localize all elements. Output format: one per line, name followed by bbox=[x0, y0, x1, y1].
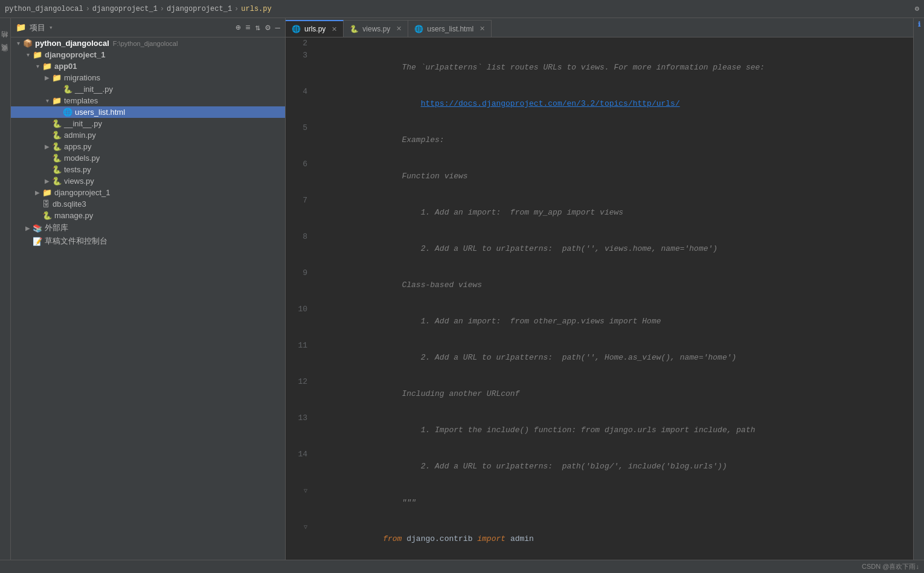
tab-close-views[interactable]: ✕ bbox=[396, 25, 402, 33]
cmt-8: 2. Add a URL to urlpatterns: path('', vi… bbox=[383, 244, 717, 253]
breadcrumb-djangoproject1-2[interactable]: djangoproject_1 bbox=[167, 5, 232, 13]
line-num-7: 7 bbox=[286, 195, 315, 231]
line-content-4: https://docs.djangoproject.com/en/3.2/to… bbox=[315, 86, 913, 122]
tree-item-views-py[interactable]: ▶ 🐍 views.py bbox=[11, 175, 285, 187]
line-num-4: 4 bbox=[286, 86, 315, 122]
status-bar: CSDN @喜欢下雨↓ bbox=[0, 560, 924, 573]
tree-item-init-app01[interactable]: 🐍 __init__.py bbox=[11, 118, 285, 129]
code-editor[interactable]: 2 3 The `urlpatterns` list routes URLs t… bbox=[286, 37, 913, 560]
scratch-icon: 📝 bbox=[33, 237, 42, 246]
info-icon[interactable]: ℹ bbox=[915, 21, 923, 28]
kw-from-16: from bbox=[383, 534, 402, 543]
status-text: CSDN @喜欢下雨↓ bbox=[862, 562, 919, 571]
tree-label-init-migrations: __init__.py bbox=[75, 85, 113, 94]
breadcrumb-djangoproject1[interactable]: djangoproject_1 bbox=[92, 5, 158, 13]
line-row-5: 5 Examples: bbox=[286, 122, 913, 158]
folder-icon-djangoproject1: 📁 bbox=[33, 50, 42, 59]
cmt-4-prefix bbox=[383, 99, 420, 108]
line-content-8: 2. Add a URL to urlpatterns: path('', vi… bbox=[315, 231, 913, 267]
breadcrumb-python-djangolocal[interactable]: python_djangolocal bbox=[5, 5, 83, 13]
tree-item-models-py[interactable]: 🐍 models.py bbox=[11, 152, 285, 164]
tree-item-init-migrations[interactable]: 🐍 __init__.py bbox=[11, 83, 285, 95]
cmt-10: 1. Add an import: from other_app.views i… bbox=[383, 317, 661, 326]
line-row-15: ▽ """ bbox=[286, 485, 913, 521]
tree-label-db-sqlite3: db.sqlite3 bbox=[53, 199, 86, 209]
tree-item-djangoproject1[interactable]: ▾ 📁 djangoproject_1 bbox=[11, 49, 285, 60]
tree-item-db-sqlite3[interactable]: 🗄 db.sqlite3 bbox=[11, 198, 285, 210]
tab-views-py[interactable]: 🐍 views.py ✕ bbox=[344, 20, 408, 37]
breadcrumb-urls-py[interactable]: urls.py bbox=[241, 5, 271, 13]
tab-users-list-html[interactable]: 🌐 users_list.html ✕ bbox=[408, 20, 492, 37]
tab-urls-py[interactable]: 🌐 urls.py ✕ bbox=[286, 20, 344, 37]
window-controls[interactable]: ⚙ bbox=[915, 4, 919, 13]
line-content-16: from django.contrib import admin bbox=[315, 521, 913, 557]
sidebar-label-favorites[interactable]: 收藏夹 bbox=[1, 56, 10, 57]
line-content-5: Examples: bbox=[315, 122, 913, 158]
tree-item-admin-py[interactable]: 🐍 admin.py bbox=[11, 129, 285, 141]
tree-action-settings[interactable]: ⚙ bbox=[265, 22, 270, 33]
code-table: 2 3 The `urlpatterns` list routes URLs t… bbox=[286, 37, 913, 560]
fold-icon-15: ▽ bbox=[304, 488, 307, 494]
left-sidebar-strip: 结构 收藏夹 bbox=[0, 18, 11, 560]
tree-item-app01[interactable]: ▾ 📁 app01 bbox=[11, 60, 285, 72]
tree-label-djangoproject1-inner: djangoproject_1 bbox=[54, 188, 111, 197]
py-icon-manage: 🐍 bbox=[42, 211, 52, 220]
url-link-4[interactable]: https://docs.djangoproject.com/en/3.2/to… bbox=[421, 99, 680, 108]
line-row-7: 7 1. Add an import: from my_app import v… bbox=[286, 195, 913, 231]
file-tree-title: 项目 bbox=[30, 22, 45, 33]
tree-title-chevron[interactable]: ▾ bbox=[49, 24, 53, 31]
line-num-16: ▽ bbox=[286, 521, 315, 557]
arrow-djangoproject1-inner: ▶ bbox=[33, 189, 42, 196]
line-content-2 bbox=[315, 37, 913, 50]
right-sidebar-strip: ℹ bbox=[913, 18, 924, 560]
tree-item-apps-py[interactable]: ▶ 🐍 apps.py bbox=[11, 141, 285, 152]
line-content-15: """ bbox=[315, 485, 913, 521]
line-row-16: ▽ from django.contrib import admin bbox=[286, 521, 913, 557]
tabs-bar: 🌐 urls.py ✕ 🐍 views.py ✕ 🌐 users_list.ht… bbox=[286, 18, 913, 37]
line-row-14: 14 2. Add a URL to urlpatterns: path('bl… bbox=[286, 448, 913, 485]
line-row-9: 9 Class-based views bbox=[286, 267, 913, 303]
editor-area: 🌐 urls.py ✕ 🐍 views.py ✕ 🌐 users_list.ht… bbox=[286, 18, 913, 560]
line-row-4: 4 https://docs.djangoproject.com/en/3.2/… bbox=[286, 86, 913, 122]
top-bar: python_djangolocal › djangoproject_1 › d… bbox=[0, 0, 924, 18]
tree-action-sort[interactable]: ⇅ bbox=[255, 22, 260, 33]
tree-item-users-list-html[interactable]: 🌐 users_list.html bbox=[11, 106, 285, 118]
cmt-6: Function views bbox=[383, 172, 467, 181]
cmt-11: 2. Add a URL to urlpatterns: path('', Ho… bbox=[383, 353, 736, 362]
line-row-8: 8 2. Add a URL to urlpatterns: path('', … bbox=[286, 231, 913, 267]
project-icon: 📦 bbox=[23, 39, 33, 48]
file-tree-panel: 📁 项目 ▾ ⊕ ≡ ⇅ ⚙ — ▾ 📦 python_djangolocal … bbox=[11, 18, 286, 560]
tree-label-scratch: 草稿文件和控制台 bbox=[45, 236, 107, 247]
tree-item-scratch[interactable]: 📝 草稿文件和控制台 bbox=[11, 235, 285, 248]
tree-label-views-py: views.py bbox=[64, 176, 94, 186]
tree-action-add[interactable]: ⊕ bbox=[236, 22, 240, 33]
tree-item-templates[interactable]: ▾ 📁 templates bbox=[11, 95, 285, 106]
line-row-10: 10 1. Add an import: from other_app.view… bbox=[286, 303, 913, 340]
line-content-7: 1. Add an import: from my_app import vie… bbox=[315, 195, 913, 231]
tree-action-menu[interactable]: ≡ bbox=[245, 23, 250, 33]
arrow-root: ▾ bbox=[13, 40, 23, 47]
tree-item-tests-py[interactable]: 🐍 tests.py bbox=[11, 164, 285, 175]
tab-icon-urls: 🌐 bbox=[292, 25, 301, 33]
tree-item-djangoproject1-inner[interactable]: ▶ 📁 djangoproject_1 bbox=[11, 187, 285, 198]
tree-item-external-libs[interactable]: ▶ 📚 外部库 bbox=[11, 221, 285, 235]
folder-icon: 📁 bbox=[16, 22, 26, 33]
line-num-11: 11 bbox=[286, 340, 315, 376]
tab-close-urls[interactable]: ✕ bbox=[332, 25, 337, 33]
line-row-6: 6 Function views bbox=[286, 158, 913, 195]
tree-item-root[interactable]: ▾ 📦 python_djangolocal F:\python_djangol… bbox=[11, 37, 285, 49]
arrow-app01: ▾ bbox=[33, 63, 42, 70]
fold-icon-16: ▽ bbox=[304, 524, 307, 531]
tree-item-manage-py[interactable]: 🐍 manage.py bbox=[11, 210, 285, 221]
line-row-2: 2 bbox=[286, 37, 913, 50]
tab-close-html[interactable]: ✕ bbox=[480, 25, 485, 33]
tab-label-views: views.py bbox=[362, 25, 390, 33]
tree-item-migrations[interactable]: ▶ 📁 migrations bbox=[11, 72, 285, 83]
line-content-3: The `urlpatterns` list routes URLs to vi… bbox=[315, 50, 913, 86]
tab-label-urls: urls.py bbox=[304, 25, 326, 33]
sidebar-label-structure[interactable]: 结构 bbox=[1, 42, 10, 44]
line-row-13: 13 1. Import the include() function: fro… bbox=[286, 412, 913, 448]
line-num-2: 2 bbox=[286, 37, 315, 50]
tree-action-minimize[interactable]: — bbox=[275, 23, 280, 33]
cmt-15: """ bbox=[383, 498, 416, 507]
